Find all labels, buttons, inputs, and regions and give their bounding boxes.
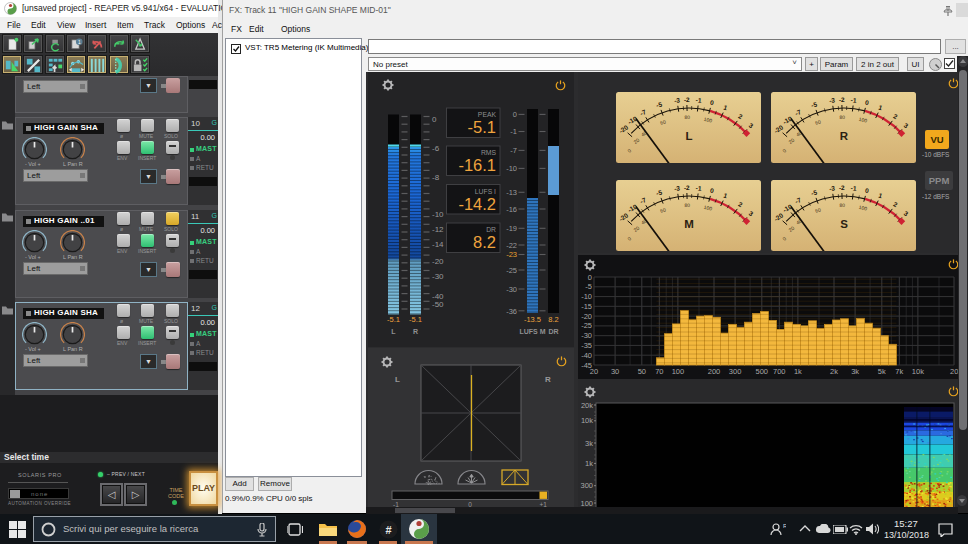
svg-text:-36: -36 xyxy=(506,307,517,316)
svg-text:-25: -25 xyxy=(506,266,517,275)
svg-text:-25: -25 xyxy=(581,321,592,330)
svg-text:50: 50 xyxy=(638,367,646,376)
svg-text:30: 30 xyxy=(611,367,619,376)
svg-text:200: 200 xyxy=(708,367,721,376)
svg-text:-5.1: -5.1 xyxy=(387,315,400,324)
svg-text:100: 100 xyxy=(672,367,685,376)
svg-text:S: S xyxy=(840,218,848,230)
svg-text:LUFS I: LUFS I xyxy=(475,188,496,195)
svg-text:R: R xyxy=(545,375,551,384)
svg-text:20: 20 xyxy=(590,367,598,376)
svg-text:-20: -20 xyxy=(432,257,444,266)
svg-text:-16.1: -16.1 xyxy=(458,156,496,174)
svg-text:PEAK: PEAK xyxy=(478,111,497,118)
svg-text:300: 300 xyxy=(580,481,593,490)
svg-text:0: 0 xyxy=(513,110,517,119)
svg-text:DR: DR xyxy=(548,328,558,335)
svg-text:-12: -12 xyxy=(432,225,444,234)
svg-text:R: R xyxy=(783,523,786,529)
svg-text:-30: -30 xyxy=(506,285,517,294)
svg-text:-40: -40 xyxy=(581,351,592,360)
svg-text:-14: -14 xyxy=(432,240,444,249)
svg-text:L: L xyxy=(685,130,692,142)
svg-text:#: # xyxy=(385,524,391,536)
svg-text:10k: 10k xyxy=(581,416,593,425)
svg-text:300: 300 xyxy=(729,367,742,376)
svg-text:-6: -6 xyxy=(432,144,440,153)
svg-text:-14.2: -14.2 xyxy=(458,195,496,213)
svg-text:-15: -15 xyxy=(581,302,592,311)
svg-text:-10: -10 xyxy=(581,292,592,301)
svg-text:10k: 10k xyxy=(912,367,924,376)
svg-text:0: 0 xyxy=(432,115,437,124)
svg-text:3k: 3k xyxy=(851,367,859,376)
svg-text:1k: 1k xyxy=(794,367,802,376)
svg-text:3k: 3k xyxy=(585,439,593,448)
svg-text:LUFS M: LUFS M xyxy=(519,328,545,335)
svg-text:-30: -30 xyxy=(432,272,444,281)
svg-text:-5.1: -5.1 xyxy=(409,315,422,324)
svg-text:20k: 20k xyxy=(581,401,593,410)
svg-text:70: 70 xyxy=(655,367,663,376)
svg-text:-19: -19 xyxy=(506,224,517,233)
svg-text:RMS: RMS xyxy=(481,149,497,156)
svg-text:5k: 5k xyxy=(878,367,886,376)
svg-text:-16: -16 xyxy=(506,205,517,214)
svg-text:DR: DR xyxy=(486,226,496,233)
svg-text:-13.5: -13.5 xyxy=(524,315,541,324)
svg-text:L: L xyxy=(395,375,400,384)
svg-text:-20: -20 xyxy=(581,312,592,321)
svg-text:-30: -30 xyxy=(581,331,592,340)
svg-text:0: 0 xyxy=(588,273,592,282)
svg-text:1: 1 xyxy=(78,40,81,45)
svg-text:-5.1: -5.1 xyxy=(468,118,496,136)
svg-text:-35: -35 xyxy=(581,341,592,350)
svg-text:-5: -5 xyxy=(585,282,592,291)
svg-text:R: R xyxy=(413,328,418,335)
svg-text:7k: 7k xyxy=(895,367,903,376)
svg-text:-7: -7 xyxy=(510,146,517,155)
svg-text:R: R xyxy=(840,130,849,142)
svg-text:1k: 1k xyxy=(585,459,593,468)
svg-text:-10: -10 xyxy=(506,164,517,173)
svg-text:M: M xyxy=(684,218,694,230)
svg-text:500: 500 xyxy=(756,367,769,376)
svg-text:2k: 2k xyxy=(830,367,838,376)
svg-text:-23: -23 xyxy=(506,250,517,259)
svg-text:20: 20 xyxy=(950,367,958,376)
svg-text:8.2: 8.2 xyxy=(548,315,558,324)
svg-text:L: L xyxy=(391,328,396,335)
svg-text:-22: -22 xyxy=(506,241,517,250)
svg-text:-1: -1 xyxy=(510,127,517,136)
svg-text:-13: -13 xyxy=(506,188,517,197)
svg-text:-8: -8 xyxy=(432,173,440,182)
svg-text:8.2: 8.2 xyxy=(473,233,496,251)
svg-text:700: 700 xyxy=(773,367,786,376)
svg-text:-50: -50 xyxy=(432,300,444,309)
svg-text:-10: -10 xyxy=(432,210,444,219)
